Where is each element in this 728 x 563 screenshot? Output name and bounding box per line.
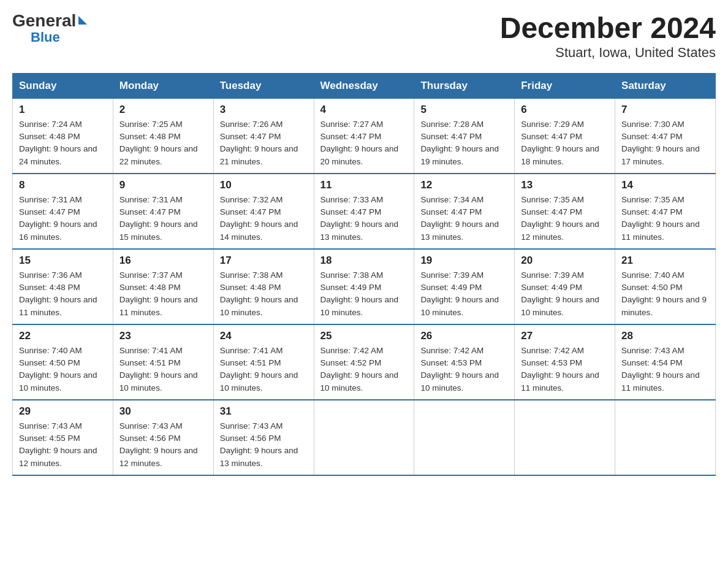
calendar-week-row: 15 Sunrise: 7:36 AMSunset: 4:48 PMDaylig…	[13, 249, 716, 324]
day-info: Sunrise: 7:32 AMSunset: 4:47 PMDaylight:…	[220, 195, 298, 242]
logo: General Blue	[12, 12, 87, 45]
day-number: 12	[420, 179, 508, 191]
header-monday: Monday	[113, 73, 213, 98]
calendar-cell: 1 Sunrise: 7:24 AMSunset: 4:48 PMDayligh…	[13, 98, 113, 174]
calendar-cell: 23 Sunrise: 7:41 AMSunset: 4:51 PMDaylig…	[113, 324, 213, 400]
calendar-cell: 29 Sunrise: 7:43 AMSunset: 4:55 PMDaylig…	[13, 400, 113, 475]
day-info: Sunrise: 7:43 AMSunset: 4:56 PMDaylight:…	[220, 421, 298, 468]
day-number: 6	[521, 104, 609, 116]
header-friday: Friday	[515, 73, 615, 98]
calendar-table: Sunday Monday Tuesday Wednesday Thursday…	[12, 73, 716, 476]
day-number: 14	[621, 179, 709, 191]
calendar-cell: 16 Sunrise: 7:37 AMSunset: 4:48 PMDaylig…	[113, 249, 213, 324]
calendar-cell: 8 Sunrise: 7:31 AMSunset: 4:47 PMDayligh…	[13, 174, 113, 249]
day-info: Sunrise: 7:42 AMSunset: 4:52 PMDaylight:…	[320, 346, 399, 393]
logo-general-text: General	[12, 12, 76, 29]
day-number: 20	[521, 255, 609, 267]
day-info: Sunrise: 7:27 AMSunset: 4:47 PMDaylight:…	[320, 120, 399, 166]
day-info: Sunrise: 7:29 AMSunset: 4:47 PMDaylight:…	[521, 120, 599, 166]
calendar-header: Sunday Monday Tuesday Wednesday Thursday…	[13, 73, 716, 98]
calendar-cell: 7 Sunrise: 7:30 AMSunset: 4:47 PMDayligh…	[615, 98, 716, 174]
day-number: 24	[220, 330, 308, 342]
day-number: 29	[19, 405, 107, 418]
day-number: 2	[119, 104, 207, 116]
day-number: 10	[220, 179, 308, 191]
day-number: 26	[420, 330, 508, 342]
calendar-cell: 11 Sunrise: 7:33 AMSunset: 4:47 PMDaylig…	[314, 174, 414, 249]
calendar-cell: 9 Sunrise: 7:31 AMSunset: 4:47 PMDayligh…	[113, 174, 213, 249]
calendar-cell	[515, 400, 615, 475]
calendar-cell: 27 Sunrise: 7:42 AMSunset: 4:53 PMDaylig…	[515, 324, 615, 400]
day-number: 23	[119, 330, 207, 342]
calendar-cell: 17 Sunrise: 7:38 AMSunset: 4:48 PMDaylig…	[213, 249, 314, 324]
day-info: Sunrise: 7:40 AMSunset: 4:50 PMDaylight:…	[621, 270, 707, 317]
day-info: Sunrise: 7:39 AMSunset: 4:49 PMDaylight:…	[420, 270, 499, 317]
calendar-cell: 21 Sunrise: 7:40 AMSunset: 4:50 PMDaylig…	[615, 249, 716, 324]
day-number: 17	[220, 255, 308, 267]
calendar-subtitle: Stuart, Iowa, United States	[500, 45, 716, 61]
day-number: 25	[320, 330, 408, 342]
calendar-cell: 15 Sunrise: 7:36 AMSunset: 4:48 PMDaylig…	[13, 249, 113, 324]
day-info: Sunrise: 7:41 AMSunset: 4:51 PMDaylight:…	[220, 346, 298, 393]
calendar-cell: 31 Sunrise: 7:43 AMSunset: 4:56 PMDaylig…	[213, 400, 314, 475]
calendar-cell	[314, 400, 414, 475]
day-info: Sunrise: 7:36 AMSunset: 4:48 PMDaylight:…	[19, 270, 97, 317]
day-number: 27	[521, 330, 609, 342]
day-number: 8	[19, 179, 107, 191]
day-number: 19	[420, 255, 508, 267]
day-number: 15	[19, 255, 107, 267]
calendar-cell: 13 Sunrise: 7:35 AMSunset: 4:47 PMDaylig…	[515, 174, 615, 249]
day-number: 16	[119, 255, 207, 267]
day-number: 1	[19, 104, 107, 116]
day-number: 21	[621, 255, 709, 267]
header-saturday: Saturday	[615, 73, 716, 98]
calendar-cell	[414, 400, 515, 475]
calendar-cell: 14 Sunrise: 7:35 AMSunset: 4:47 PMDaylig…	[615, 174, 716, 249]
day-number: 5	[420, 104, 508, 116]
calendar-cell	[615, 400, 716, 475]
calendar-cell: 30 Sunrise: 7:43 AMSunset: 4:56 PMDaylig…	[113, 400, 213, 475]
calendar-cell: 2 Sunrise: 7:25 AMSunset: 4:48 PMDayligh…	[113, 98, 213, 174]
logo-blue-text: Blue	[31, 29, 60, 45]
day-number: 9	[119, 179, 207, 191]
day-number: 4	[320, 104, 408, 116]
calendar-week-row: 22 Sunrise: 7:40 AMSunset: 4:50 PMDaylig…	[13, 324, 716, 400]
day-info: Sunrise: 7:43 AMSunset: 4:56 PMDaylight:…	[119, 421, 198, 468]
calendar-cell: 26 Sunrise: 7:42 AMSunset: 4:53 PMDaylig…	[414, 324, 515, 400]
day-info: Sunrise: 7:38 AMSunset: 4:49 PMDaylight:…	[320, 270, 399, 317]
header-tuesday: Tuesday	[213, 73, 314, 98]
day-info: Sunrise: 7:43 AMSunset: 4:55 PMDaylight:…	[19, 421, 97, 468]
logo-triangle-icon	[78, 16, 87, 25]
title-area: December 2024 Stuart, Iowa, United State…	[500, 12, 716, 61]
calendar-cell: 28 Sunrise: 7:43 AMSunset: 4:54 PMDaylig…	[615, 324, 716, 400]
calendar-week-row: 1 Sunrise: 7:24 AMSunset: 4:48 PMDayligh…	[13, 98, 716, 174]
day-info: Sunrise: 7:42 AMSunset: 4:53 PMDaylight:…	[420, 346, 499, 393]
day-number: 13	[521, 179, 609, 191]
day-number: 7	[621, 104, 709, 116]
day-number: 18	[320, 255, 408, 267]
weekday-header-row: Sunday Monday Tuesday Wednesday Thursday…	[13, 73, 716, 98]
day-info: Sunrise: 7:26 AMSunset: 4:47 PMDaylight:…	[220, 120, 298, 166]
day-number: 28	[621, 330, 709, 342]
day-info: Sunrise: 7:25 AMSunset: 4:48 PMDaylight:…	[119, 120, 198, 166]
day-number: 3	[220, 104, 308, 116]
calendar-cell: 6 Sunrise: 7:29 AMSunset: 4:47 PMDayligh…	[515, 98, 615, 174]
calendar-cell: 25 Sunrise: 7:42 AMSunset: 4:52 PMDaylig…	[314, 324, 414, 400]
calendar-cell: 22 Sunrise: 7:40 AMSunset: 4:50 PMDaylig…	[13, 324, 113, 400]
calendar-cell: 10 Sunrise: 7:32 AMSunset: 4:47 PMDaylig…	[213, 174, 314, 249]
day-info: Sunrise: 7:34 AMSunset: 4:47 PMDaylight:…	[420, 195, 499, 242]
day-info: Sunrise: 7:41 AMSunset: 4:51 PMDaylight:…	[119, 346, 198, 393]
day-number: 31	[220, 405, 308, 418]
calendar-cell: 24 Sunrise: 7:41 AMSunset: 4:51 PMDaylig…	[213, 324, 314, 400]
page-header: General Blue December 2024 Stuart, Iowa,…	[12, 12, 716, 61]
day-info: Sunrise: 7:28 AMSunset: 4:47 PMDaylight:…	[420, 120, 499, 166]
day-info: Sunrise: 7:24 AMSunset: 4:48 PMDaylight:…	[19, 120, 97, 166]
calendar-body: 1 Sunrise: 7:24 AMSunset: 4:48 PMDayligh…	[13, 98, 716, 475]
calendar-cell: 19 Sunrise: 7:39 AMSunset: 4:49 PMDaylig…	[414, 249, 515, 324]
day-number: 22	[19, 330, 107, 342]
day-info: Sunrise: 7:35 AMSunset: 4:47 PMDaylight:…	[621, 195, 700, 242]
day-info: Sunrise: 7:40 AMSunset: 4:50 PMDaylight:…	[19, 346, 97, 393]
calendar-week-row: 29 Sunrise: 7:43 AMSunset: 4:55 PMDaylig…	[13, 400, 716, 475]
calendar-cell: 4 Sunrise: 7:27 AMSunset: 4:47 PMDayligh…	[314, 98, 414, 174]
calendar-cell: 3 Sunrise: 7:26 AMSunset: 4:47 PMDayligh…	[213, 98, 314, 174]
